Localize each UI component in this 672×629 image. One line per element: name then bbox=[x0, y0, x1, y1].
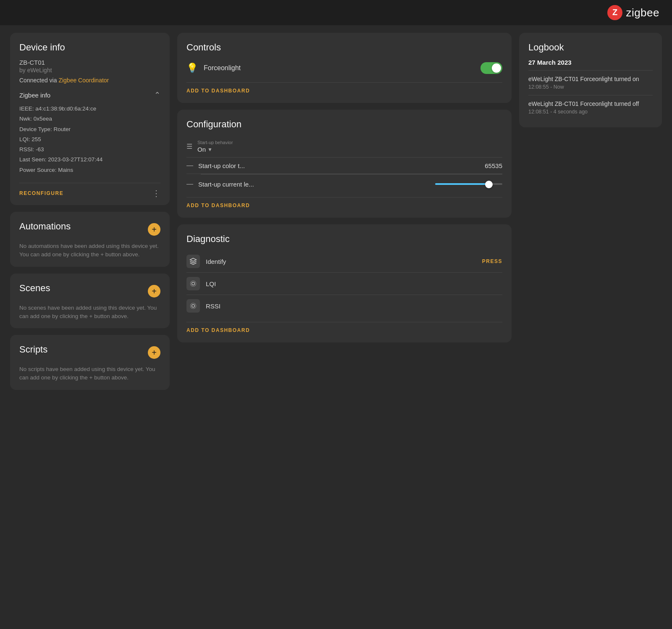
forceonlight-label: Forceonlight bbox=[204, 64, 475, 72]
scripts-title: Scripts bbox=[19, 344, 47, 355]
forceonlight-toggle[interactable] bbox=[480, 62, 502, 74]
logbook-entry-1: eWeLight ZB-CT01 Forceonlight turned on … bbox=[528, 70, 653, 95]
startup-behavior-value: On bbox=[197, 146, 206, 153]
startup-color-label: Start-up color t... bbox=[198, 162, 476, 169]
startup-color-row: — Start-up color t... 65535 bbox=[186, 158, 502, 174]
rssi-value: RSSI: -63 bbox=[19, 145, 160, 155]
identify-press-button[interactable]: PRESS bbox=[482, 258, 502, 264]
scenes-card: Scenes + No scenes have been added using… bbox=[10, 274, 170, 329]
svg-point-5 bbox=[190, 303, 196, 308]
device-connected: Connected via Zigbee Coordinator bbox=[19, 77, 160, 84]
dropdown-arrow-icon: ▼ bbox=[207, 147, 213, 153]
device-actions: RECONFIGURE ⋮ bbox=[19, 183, 160, 197]
svg-point-2 bbox=[192, 282, 195, 285]
lqi-value: LQI: 255 bbox=[19, 134, 160, 145]
zigbee-details: IEEE: a4:c1:38:9b:d0:6a:24:ce Nwk: 0x5ee… bbox=[19, 104, 160, 175]
rssi-row: RSSI bbox=[186, 295, 502, 317]
logbook-entry-2: eWeLight ZB-CT01 Forceonlight turned off… bbox=[528, 95, 653, 120]
middle-column: Controls 💡 Forceonlight ADD TO DASHBOARD… bbox=[177, 33, 512, 390]
lqi-diag-label: LQI bbox=[206, 280, 502, 287]
scenes-empty-text: No scenes have been added using this dev… bbox=[19, 304, 160, 321]
device-info-card: Device info ZB-CT01 by eWeLight Connecte… bbox=[10, 33, 170, 205]
forceonlight-row: 💡 Forceonlight bbox=[186, 59, 502, 77]
scripts-empty-text: No scripts have been added using this de… bbox=[19, 365, 160, 382]
level-icon: — bbox=[186, 180, 193, 188]
slider-thumb bbox=[485, 181, 493, 188]
logbook-entry-2-time: 12:08:51 - 4 seconds ago bbox=[528, 109, 653, 115]
configuration-card: Configuration ☰ Start-up behavior On ▼ —… bbox=[177, 110, 512, 218]
nwk-value: Nwk: 0x5eea bbox=[19, 114, 160, 124]
svg-point-4 bbox=[192, 305, 195, 308]
light-bulb-icon: 💡 bbox=[186, 63, 198, 74]
topbar: Z zigbee bbox=[0, 0, 672, 25]
startup-level-label: Start-up current le... bbox=[198, 181, 430, 188]
device-info-title: Device info bbox=[19, 42, 160, 53]
left-column: Device info ZB-CT01 by eWeLight Connecte… bbox=[10, 33, 170, 390]
add-script-button[interactable]: + bbox=[148, 346, 160, 359]
diagnostic-add-dashboard-button[interactable]: ADD TO DASHBOARD bbox=[186, 322, 502, 335]
color-temp-icon: — bbox=[186, 162, 193, 169]
diagnostic-title: Diagnostic bbox=[186, 234, 502, 245]
startup-behavior-row: ☰ Start-up behavior On ▼ bbox=[186, 136, 502, 158]
lqi-diag-icon bbox=[186, 277, 200, 290]
startup-level-row: — Start-up current le... bbox=[186, 176, 502, 192]
automations-card: Automations + No automations have been a… bbox=[10, 212, 170, 267]
controls-title: Controls bbox=[186, 42, 502, 53]
logbook-column: Logbook 27 March 2023 eWeLight ZB-CT01 F… bbox=[519, 33, 662, 390]
logbook-title: Logbook bbox=[528, 42, 653, 53]
startup-behavior-label: Start-up behavior bbox=[197, 140, 502, 145]
logbook-card: Logbook 27 March 2023 eWeLight ZB-CT01 F… bbox=[519, 33, 662, 127]
startup-color-value: 65535 bbox=[481, 162, 502, 169]
more-options-button[interactable]: ⋮ bbox=[152, 189, 160, 197]
main-content: Device info ZB-CT01 by eWeLight Connecte… bbox=[0, 25, 672, 397]
scripts-header: Scripts + bbox=[19, 344, 160, 361]
scripts-card: Scripts + No scripts have been added usi… bbox=[10, 335, 170, 390]
automations-empty-text: No automations have been added using thi… bbox=[19, 242, 160, 259]
zigbee-info-label: Zigbee info bbox=[19, 92, 50, 99]
list-icon: ☰ bbox=[186, 142, 192, 150]
scenes-title: Scenes bbox=[19, 283, 50, 294]
identify-row: Identify PRESS bbox=[186, 250, 502, 273]
toggle-thumb bbox=[492, 63, 501, 73]
automations-title: Automations bbox=[19, 221, 71, 232]
zigbee-wordmark: zigbee bbox=[626, 6, 659, 19]
svg-point-3 bbox=[190, 281, 196, 286]
diagnostic-card: Diagnostic Identify PRESS bbox=[177, 224, 512, 342]
zigbee-info-chevron-icon: ⌃ bbox=[154, 90, 160, 100]
startup-level-slider[interactable] bbox=[435, 183, 502, 185]
controls-card: Controls 💡 Forceonlight ADD TO DASHBOARD bbox=[177, 33, 512, 103]
controls-add-dashboard-button[interactable]: ADD TO DASHBOARD bbox=[186, 82, 502, 95]
logbook-entry-1-text: eWeLight ZB-CT01 Forceonlight turned on bbox=[528, 76, 653, 82]
logbook-entry-2-text: eWeLight ZB-CT01 Forceonlight turned off bbox=[528, 100, 653, 107]
power-source-value: Power Source: Mains bbox=[19, 165, 160, 175]
add-scene-button[interactable]: + bbox=[148, 285, 160, 297]
device-name: ZB-CT01 bbox=[19, 59, 160, 66]
zigbee-coordinator-link[interactable]: Zigbee Coordinator bbox=[58, 77, 109, 84]
rssi-diag-label: RSSI bbox=[206, 303, 502, 310]
lqi-row: LQI bbox=[186, 273, 502, 295]
zigbee-info-header[interactable]: Zigbee info ⌃ bbox=[19, 90, 160, 100]
automations-header: Automations + bbox=[19, 221, 160, 238]
configuration-title: Configuration bbox=[186, 119, 502, 130]
logbook-date: 27 March 2023 bbox=[528, 59, 653, 66]
configuration-add-dashboard-button[interactable]: ADD TO DASHBOARD bbox=[186, 197, 502, 210]
startup-behavior-field: Start-up behavior On ▼ bbox=[197, 140, 502, 153]
svg-text:Z: Z bbox=[612, 8, 617, 17]
rssi-diag-icon bbox=[186, 299, 200, 313]
identify-label: Identify bbox=[206, 258, 476, 265]
startup-behavior-select-wrap: On ▼ bbox=[197, 146, 502, 153]
connected-prefix: Connected via bbox=[19, 77, 58, 84]
device-type-value: Device Type: Router bbox=[19, 124, 160, 134]
last-seen-value: Last Seen: 2023-03-27T12:07:44 bbox=[19, 155, 160, 165]
ieee-value: IEEE: a4:c1:38:9b:d0:6a:24:ce bbox=[19, 104, 160, 114]
zigbee-brand-icon: Z bbox=[607, 5, 622, 20]
identify-icon bbox=[186, 255, 200, 268]
logbook-entry-1-time: 12:08:55 - Now bbox=[528, 84, 653, 90]
reconfigure-button[interactable]: RECONFIGURE bbox=[19, 190, 63, 196]
device-by: by eWeLight bbox=[19, 67, 160, 74]
zigbee-logo: Z zigbee bbox=[607, 5, 659, 20]
add-automation-button[interactable]: + bbox=[148, 223, 160, 236]
scenes-header: Scenes + bbox=[19, 283, 160, 300]
